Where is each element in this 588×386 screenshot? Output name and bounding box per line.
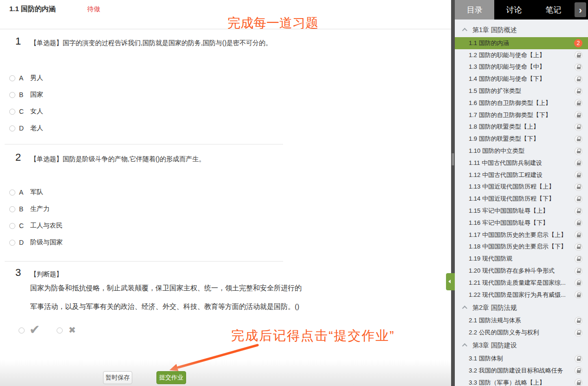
toc-item[interactable]: 1.2 国防的职能与使命【上】 xyxy=(455,49,588,61)
chapter-header-2[interactable]: 第2章 国防法规 xyxy=(455,301,588,315)
option-letter: B xyxy=(19,205,26,213)
tab-catalog[interactable]: 目录 xyxy=(455,0,494,20)
toc-item[interactable]: 2.2 公民的国防义务与权利 xyxy=(455,327,588,339)
radio-icon[interactable] xyxy=(9,240,15,246)
toc-item[interactable]: 1.4 国防的职能与使命【下】 xyxy=(455,73,588,85)
sidebar-collapse-handle[interactable] xyxy=(446,273,455,290)
option-text: 工人与农民 xyxy=(30,222,63,230)
annotation-complete-questions: 完成每一道习题 xyxy=(227,14,318,32)
toc-item-label: 1.12 中国古代国防工程建设 xyxy=(469,171,575,179)
option-row-a[interactable]: A军队 xyxy=(9,184,418,201)
check-icon[interactable]: ✔ xyxy=(29,323,40,336)
judge-true-radio[interactable] xyxy=(19,327,25,334)
question-2-head: 2 【单选题】国防是阶级斗争的产物,它伴随着()的形成而产生。 xyxy=(0,151,418,164)
toc-item-label: 1.8 国防的联盟类型【上】 xyxy=(469,123,575,131)
toc-item-current[interactable]: 1.1 国防的内涵2 xyxy=(455,37,588,49)
question-type-label: 【单选题】 xyxy=(30,155,63,163)
option-row-d[interactable]: D老人 xyxy=(9,120,418,137)
chapter-header-3[interactable]: 第3章 国防建设 xyxy=(455,339,588,353)
question-3-head: 3 【判断题】 xyxy=(0,267,418,279)
lock-icon xyxy=(575,123,582,131)
option-row-c[interactable]: C工人与农民 xyxy=(9,217,418,234)
toc-item[interactable]: 1.5 国防的扩张类型 xyxy=(455,85,588,97)
option-letter: C xyxy=(19,222,26,229)
toc-item[interactable]: 1.19 现代国防观 xyxy=(455,253,588,265)
question-text: 【单选题】国防是阶级斗争的产物,它伴随着()的形成而产生。 xyxy=(30,151,205,164)
lock-icon xyxy=(575,291,582,299)
toc-item[interactable]: 1.14 中国近现代国防历程【下】 xyxy=(455,193,588,205)
tab-notes[interactable]: 笔记 xyxy=(534,0,573,20)
toc-item[interactable]: 2.1 国防法规与体系 xyxy=(455,315,588,327)
tab-discussion[interactable]: 讨论 xyxy=(494,0,534,20)
toc-item[interactable]: 1.11 中国古代国防兵制建设 xyxy=(455,157,588,169)
toc-item[interactable]: 1.6 国防的自卫防御类型【上】 xyxy=(455,97,588,109)
radio-icon[interactable] xyxy=(9,206,15,212)
toc-item[interactable]: 1.15 牢记中国国防耻辱【上】 xyxy=(455,205,588,217)
option-row-a[interactable]: A男人 xyxy=(9,70,418,86)
assignment-footer: 暂时保存 提交作业 xyxy=(0,360,451,386)
question-stem: 国字的演变的过程告诉我们,国防就是国家的防务,国防与()是密不可分的。 xyxy=(63,39,272,46)
toc-item[interactable]: 1.21 现代国防走质量建军是国家综... xyxy=(455,277,588,289)
toc-item[interactable]: 3.3 国防（军事）战略【上】 xyxy=(455,377,588,386)
judge-false-radio[interactable] xyxy=(57,327,63,334)
option-text: 女人 xyxy=(30,107,43,116)
radio-icon[interactable] xyxy=(9,223,15,229)
option-row-c[interactable]: C女人 xyxy=(9,103,418,120)
toc-item[interactable]: 1.8 国防的联盟类型【上】 xyxy=(455,121,588,133)
radio-icon[interactable] xyxy=(9,190,15,196)
lock-icon xyxy=(575,159,582,167)
divider-grip-icon[interactable] xyxy=(452,153,452,165)
chapter-header-1[interactable]: 第1章 国防概述 xyxy=(455,23,588,37)
lock-icon xyxy=(575,279,582,287)
toc-item[interactable]: 1.16 牢记中国国防耻辱【下】 xyxy=(455,217,588,229)
lock-icon xyxy=(575,219,582,227)
toc-item[interactable]: 3.1 国防体制 xyxy=(455,353,588,365)
toc-item[interactable]: 1.22 现代国防是国家行为具有威慑... xyxy=(455,289,588,301)
radio-icon[interactable] xyxy=(9,92,15,98)
toc-item[interactable]: 1.10 国防的中立类型 xyxy=(455,145,588,157)
save-draft-button[interactable]: 暂时保存 xyxy=(103,371,132,384)
toc-item[interactable]: 3.2 我国的国防建设目标和战略任务 xyxy=(455,365,588,377)
option-row-b[interactable]: B国家 xyxy=(9,86,418,103)
chapter-title: 第2章 国防法规 xyxy=(472,304,517,312)
option-text: 阶级与国家 xyxy=(30,238,63,247)
toc-item[interactable]: 1.17 中国国防历史的主要启示【上】 xyxy=(455,229,588,241)
radio-icon[interactable] xyxy=(9,109,15,115)
cross-icon[interactable]: ✖ xyxy=(68,325,76,335)
toc-item[interactable]: 1.13 中国近现代国防历程【上】 xyxy=(455,181,588,193)
lock-icon xyxy=(575,135,582,143)
assignment-panel: 1.1 国防的内涵 待做 完成每一道习题 1 【单选题】国字的演变的过程告诉我们… xyxy=(0,0,451,386)
toc-item-label: 1.11 中国古代国防兵制建设 xyxy=(469,159,575,167)
lock-icon xyxy=(575,183,582,191)
question-divider xyxy=(5,261,283,262)
table-of-contents: 第1章 国防概述 1.1 国防的内涵2 1.2 国防的职能与使命【上】 1.3 … xyxy=(455,20,588,386)
question-1: 1 【单选题】国字的演变的过程告诉我们,国防就是国家的防务,国防与()是密不可分… xyxy=(0,35,418,137)
option-row-b[interactable]: B生产力 xyxy=(9,201,418,217)
toc-item-label: 1.6 国防的自卫防御类型【上】 xyxy=(469,99,575,107)
toc-item-label: 1.20 现代国防存在多种斗争形式 xyxy=(469,267,575,275)
toc-item-label: 1.15 牢记中国国防耻辱【上】 xyxy=(469,207,575,215)
unread-count-badge: 2 xyxy=(574,39,582,47)
radio-icon[interactable] xyxy=(9,125,15,131)
sidebar-expand-button[interactable]: › xyxy=(575,2,586,17)
toc-item-label: 1.4 国防的职能与使命【下】 xyxy=(469,75,575,83)
panel-resize-divider[interactable] xyxy=(451,0,455,386)
submit-assignment-button[interactable]: 提交作业 xyxy=(156,371,186,384)
option-text: 老人 xyxy=(30,124,43,132)
toc-item[interactable]: 1.18 中国国防历史的主要启示【下】 xyxy=(455,241,588,253)
lock-icon xyxy=(575,231,582,239)
toc-item[interactable]: 1.12 中国古代国防工程建设 xyxy=(455,169,588,181)
question-1-head: 1 【单选题】国字的演变的过程告诉我们,国防就是国家的防务,国防与()是密不可分… xyxy=(0,35,418,47)
toc-item-label: 3.1 国防体制 xyxy=(469,354,575,363)
toc-item[interactable]: 1.3 国防的职能与使命【中】 xyxy=(455,61,588,73)
option-row-d[interactable]: D阶级与国家 xyxy=(9,234,418,251)
toc-item[interactable]: 1.20 现代国防存在多种斗争形式 xyxy=(455,265,588,277)
toc-item-label: 1.18 中国国防历史的主要启示【下】 xyxy=(469,242,575,251)
toc-item[interactable]: 1.7 国防的自卫防御类型【下】 xyxy=(455,109,588,121)
toc-item[interactable]: 1.9 国防的联盟类型【下】 xyxy=(455,133,588,145)
chapter-title: 第1章 国防概述 xyxy=(472,26,517,34)
lock-icon xyxy=(575,317,582,325)
radio-icon[interactable] xyxy=(9,75,15,81)
lock-icon xyxy=(575,171,582,179)
page-header: 1.1 国防的内涵 待做 xyxy=(0,0,451,29)
